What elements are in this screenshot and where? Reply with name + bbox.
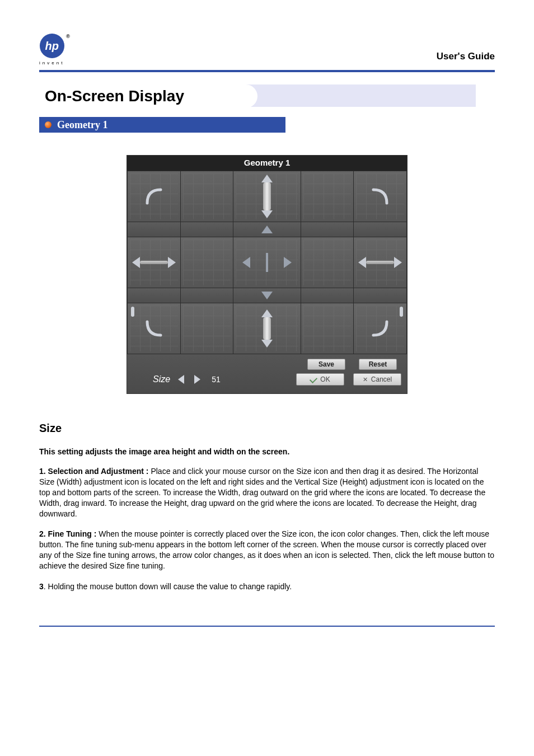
close-icon: [363, 375, 368, 383]
cancel-button-label: Cancel: [371, 375, 392, 383]
grid-cell: [354, 288, 406, 303]
size-horizontal-left-icon[interactable]: [128, 237, 180, 288]
grid-cell: [128, 288, 180, 303]
grid-cell: [354, 222, 406, 237]
fine-tune-decrease-icon[interactable]: [178, 375, 184, 384]
footer-rule: [39, 626, 495, 627]
p3-body: . Holding the mouse button down will cau…: [44, 582, 292, 591]
section-banner-title: Geometry 1: [57, 119, 107, 131]
hp-logo-text: invent: [39, 60, 64, 65]
osd-title: Geometry 1: [127, 156, 407, 171]
p2-lead: 2. Fine Tuning :: [39, 529, 96, 538]
paragraph-2: 2. Fine Tuning : When the mouse pointer …: [39, 529, 495, 571]
corner-bl-icon[interactable]: [128, 303, 180, 354]
size-vertical-bottom-icon[interactable]: [233, 303, 300, 354]
grid-cell: [301, 303, 354, 354]
hp-logo: hp ® invent: [39, 34, 64, 65]
ok-button[interactable]: OK: [296, 373, 344, 386]
page-title: On-Screen Display: [45, 87, 184, 105]
reset-button[interactable]: Reset: [359, 359, 397, 370]
cancel-button[interactable]: Cancel: [353, 373, 401, 386]
corner-br-icon[interactable]: [354, 303, 406, 354]
fine-tune-label: Size: [153, 374, 170, 384]
center-nav-icon[interactable]: [233, 237, 300, 288]
osd-panel: Geometry 1: [127, 155, 407, 394]
check-icon: [310, 375, 317, 383]
bullet-icon: [45, 121, 51, 128]
corner-tr-icon[interactable]: [354, 171, 406, 222]
size-vertical-icon[interactable]: [233, 171, 300, 222]
ok-button-label: OK: [320, 375, 330, 383]
save-button[interactable]: Save: [307, 359, 345, 370]
grid-cell: [181, 303, 233, 354]
p2-body: When the mouse pointer is correctly plac…: [39, 529, 494, 570]
p1-lead: 1. Selection and Adjustment :: [39, 467, 149, 476]
section-banner: Geometry 1: [39, 117, 285, 133]
grid-cell: [301, 237, 354, 288]
corner-tl-icon[interactable]: [128, 171, 180, 222]
grid-cell: [181, 222, 233, 237]
osd-grid: [127, 171, 407, 354]
size-horizontal-right-icon[interactable]: [354, 237, 406, 288]
fine-tune-value: 51: [212, 375, 221, 384]
lead-text: This setting adjusts the image area heig…: [39, 447, 495, 456]
grid-cell: [128, 222, 180, 237]
grid-cell: [301, 171, 354, 222]
grid-cell: [301, 288, 354, 303]
guide-title: User's Guide: [437, 51, 495, 65]
paragraph-3: 3. Holding the mouse button down will ca…: [39, 581, 495, 592]
grid-cell: [181, 288, 233, 303]
grid-cell: [301, 222, 354, 237]
section-title: Size: [39, 422, 495, 435]
mini-up-icon[interactable]: [233, 222, 300, 237]
fine-tune-increase-icon[interactable]: [194, 375, 200, 384]
hp-logo-mark: hp: [45, 40, 58, 53]
page-banner: On-Screen Display: [39, 84, 476, 107]
grid-cell: [181, 171, 233, 222]
mini-down-icon[interactable]: [233, 288, 300, 303]
header-rule: [39, 70, 495, 72]
p3-lead: 3: [39, 582, 44, 591]
grid-cell: [181, 237, 233, 288]
paragraph-1: 1. Selection and Adjustment : Place and …: [39, 466, 495, 519]
